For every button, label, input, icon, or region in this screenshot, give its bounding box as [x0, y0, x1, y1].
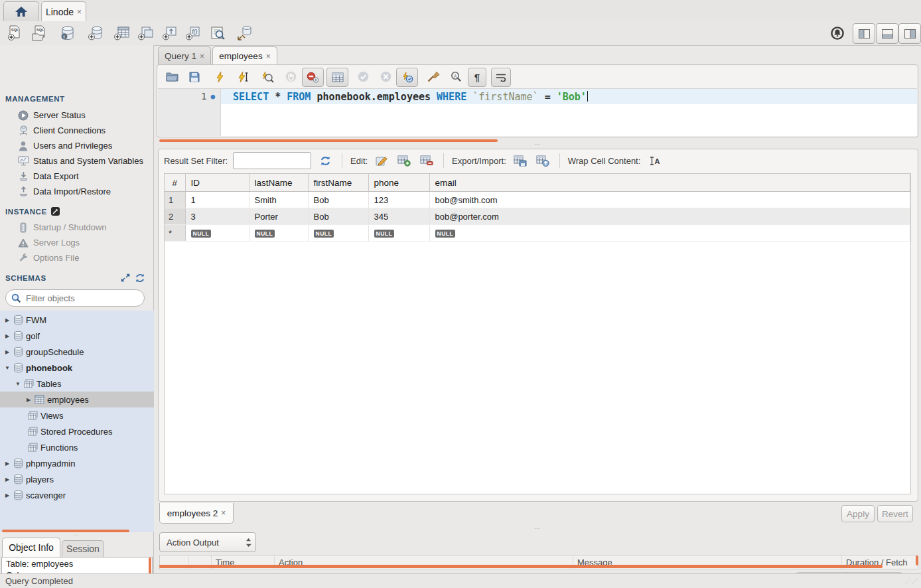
tab-employees[interactable]: employees × [212, 46, 277, 65]
sql-editor[interactable]: 1 ● SELECT * FROM phonebook.employees WH… [158, 88, 917, 136]
table-row[interactable]: 2 3 Porter Bob 345 bob@porter.com [165, 208, 910, 225]
tab-employees-2[interactable]: employees 2 × [159, 503, 234, 524]
sidebar-item-server-status[interactable]: Server Status [0, 108, 154, 123]
schemas-refresh-icon[interactable] [135, 273, 145, 283]
tree-item-schema-phpmyadmin[interactable]: ▶ phpmyadmin [0, 455, 154, 471]
revert-button[interactable]: Revert [877, 505, 913, 522]
sidebar-item-data-export[interactable]: Data Export [0, 169, 154, 184]
tree-item-schema-golf[interactable]: ▶ golf [0, 328, 154, 344]
home-tab[interactable] [3, 1, 39, 21]
schema-inspector-button[interactable]: i [57, 23, 78, 43]
tree-item-schema-fwm[interactable]: ▶ FWM [0, 312, 154, 328]
tree-item-schema-players[interactable]: ▶ players [0, 471, 154, 487]
create-schema-button[interactable] [86, 23, 107, 43]
execute-current-button[interactable] [234, 68, 253, 86]
create-table-button[interactable] [111, 23, 133, 43]
commit-button[interactable] [354, 68, 372, 86]
sidebar-item-startup-shutdown[interactable]: Startup / Shutdown [0, 220, 154, 235]
reconnect-db-button[interactable] [234, 23, 255, 43]
cell[interactable]: 123 [368, 192, 429, 208]
output-selector[interactable]: Action Output [159, 532, 256, 552]
tree-item-functions-group[interactable]: Functions [0, 439, 154, 455]
output-vscrollbar[interactable] [916, 555, 918, 565]
wrap-cell-content-icon[interactable]: A [646, 153, 663, 169]
tree-item-table-employees[interactable]: ▶ employees [0, 392, 154, 407]
tab-query-1[interactable]: Query 1 × [158, 46, 211, 65]
rollback-button[interactable] [376, 68, 395, 86]
column-header[interactable]: email [429, 174, 910, 192]
tree-item-views-group[interactable]: Views [0, 407, 154, 423]
close-icon[interactable]: × [77, 7, 82, 17]
chevron-right-icon[interactable]: ▶ [4, 477, 11, 482]
cell[interactable]: Bob [308, 208, 368, 225]
result-output-splitter-handle[interactable]: ⋯ [528, 526, 547, 532]
toggle-right-panel-button[interactable] [898, 23, 921, 44]
limit-rows-button[interactable] [326, 68, 348, 87]
delete-row-icon[interactable] [418, 153, 435, 169]
output-hscrollbar[interactable] [159, 565, 883, 568]
execute-button[interactable] [210, 68, 229, 86]
open-sql-script-button[interactable]: SQL [29, 23, 50, 43]
tab-object-info[interactable]: Object Info [2, 538, 60, 557]
wrap-text-button[interactable] [491, 68, 511, 87]
create-view-button[interactable] [135, 23, 157, 43]
cell[interactable]: 3 [185, 208, 249, 225]
sidebar-item-options-file[interactable]: Options File [0, 250, 154, 265]
tree-item-schema-phonebook[interactable]: ▼ phonebook [0, 360, 154, 376]
table-row[interactable]: 1 1 Smith Bob 123 bob@smith.com [165, 192, 910, 208]
chevron-down-icon[interactable]: ▼ [4, 365, 11, 371]
cell[interactable]: Smith [249, 192, 308, 208]
edit-record-icon[interactable] [373, 153, 390, 169]
column-header[interactable]: phone [368, 174, 429, 192]
column-header[interactable]: # [165, 174, 185, 192]
tree-item-schema-scavenger[interactable]: ▶ scavenger [0, 487, 154, 503]
column-header[interactable]: lastName [249, 174, 308, 192]
chevron-right-icon[interactable]: ▶ [4, 492, 11, 498]
find-button[interactable]: A [447, 68, 465, 86]
chevron-right-icon[interactable]: ▶ [4, 333, 11, 339]
sidebar-item-system-variables[interactable]: Status and System Variables [0, 153, 154, 169]
chevron-down-icon[interactable]: ▼ [15, 381, 21, 387]
apply-button[interactable]: Apply [841, 505, 875, 522]
sidebar-item-client-connections[interactable]: Client Connections [0, 123, 154, 138]
stop-button[interactable] [281, 68, 300, 86]
table-data-search-button[interactable] [207, 23, 228, 43]
sidebar-item-users-privileges[interactable]: Users and Privileges [0, 138, 154, 153]
cell[interactable]: 345 [368, 208, 429, 225]
schemas-expand-icon[interactable] [121, 273, 130, 282]
save-button[interactable] [185, 68, 204, 86]
sidebar-splitter-handle[interactable]: ⋯ [66, 533, 86, 539]
toggle-autocommit-button[interactable] [396, 68, 418, 87]
insert-row-icon[interactable] [395, 153, 413, 169]
cell[interactable]: bob@porter.com [429, 208, 910, 225]
editor-result-splitter-handle[interactable]: ⋯ [528, 141, 547, 147]
create-procedure-button[interactable] [160, 23, 181, 43]
new-row[interactable]: * NULL NULL NULL NULL NULL [165, 225, 910, 242]
new-sql-tab-button[interactable]: SQL [4, 23, 25, 43]
tree-item-stored-procedures-group[interactable]: Stored Procedures [0, 423, 154, 439]
chevron-right-icon[interactable]: ▶ [4, 349, 11, 355]
result-filter-input[interactable] [233, 152, 311, 169]
notifications-button[interactable] [827, 23, 848, 43]
chevron-right-icon[interactable]: ▶ [4, 461, 11, 467]
chevron-right-icon[interactable]: ▶ [4, 317, 11, 323]
column-header[interactable]: firstName [308, 174, 368, 192]
chevron-right-icon[interactable]: ▶ [25, 397, 32, 403]
refresh-icon[interactable] [317, 153, 334, 169]
close-icon[interactable]: × [200, 52, 204, 61]
show-invisibles-button[interactable]: ¶ [468, 68, 486, 87]
tab-session[interactable]: Session [62, 540, 104, 557]
schema-filter-box[interactable] [5, 289, 145, 307]
import-recordset-icon[interactable] [534, 153, 551, 169]
cell[interactable]: Bob [308, 192, 368, 208]
schema-filter-input[interactable] [25, 293, 144, 304]
result-grid[interactable]: # ID lastName firstName phone email 1 1 … [164, 173, 911, 494]
cell[interactable]: 1 [185, 192, 249, 208]
toggle-bottom-panel-button[interactable] [876, 23, 898, 44]
connection-tab[interactable]: Linode × [41, 1, 86, 21]
editor-hscrollbar[interactable] [159, 139, 498, 142]
close-icon[interactable]: × [221, 508, 226, 518]
sidebar-item-server-logs[interactable]: Server Logs [0, 235, 154, 250]
cell[interactable]: bob@smith.com [429, 192, 910, 208]
create-function-button[interactable]: f() [183, 23, 204, 43]
